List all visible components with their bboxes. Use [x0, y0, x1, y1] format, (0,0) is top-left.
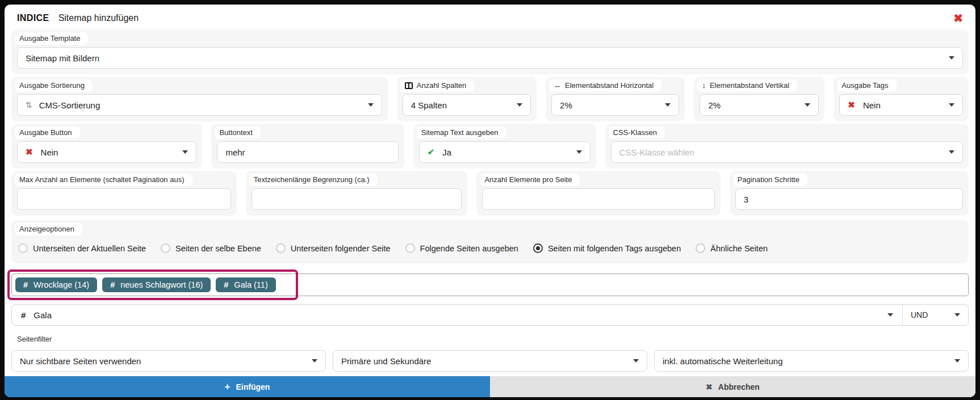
radio-seiten-mit-tags-ausgeben[interactable]: Seiten mit folgenden Tags ausgeben	[533, 243, 681, 253]
textzeichenlaenge-input[interactable]	[260, 195, 454, 204]
css-klassen-placeholder: CSS-Klasse wählen	[619, 148, 695, 157]
dialog-title: Sitemap hinzufügen	[58, 13, 139, 23]
tag-filter-select[interactable]: # Gala	[12, 305, 902, 325]
sitemap-text-value: Ja	[442, 148, 451, 157]
chevron-down-icon	[517, 103, 522, 107]
dialog-header: INDICE Sitemap hinzufügen ✖	[5, 5, 975, 27]
max-elemente-input[interactable]	[26, 195, 223, 204]
chevron-down-icon	[949, 56, 954, 60]
tag-pill-neues-schlagwort[interactable]: # neues Schlagwort (16)	[102, 277, 211, 292]
hash-icon: #	[110, 280, 115, 289]
anzahl-spalten-label: Anzahl Spalten	[417, 81, 466, 90]
seitenfilter-navigation-value: Primäre und Sekundäre	[341, 356, 431, 366]
chevron-down-icon	[954, 313, 960, 317]
chevron-down-icon	[805, 103, 810, 107]
seitenfilter-weiterleitung-value: inkl. automatische Weiterleitung	[663, 356, 783, 366]
field-sitemap-text: Sitemap Text ausgeben ✔ Ja	[413, 124, 596, 169]
dialog-footer: + Einfügen ✖ Abbrechen	[5, 376, 975, 397]
radio-aehnliche-seiten[interactable]: Ähnliche Seiten	[696, 243, 768, 253]
elementabstand-vertikal-select[interactable]: 2%	[700, 94, 819, 116]
radio-button[interactable]	[18, 243, 28, 253]
radio-label: Unterseiten der Aktuellen Seite	[33, 244, 146, 253]
anzeigeoptionen-label: Anzeigeoptionen	[15, 223, 82, 235]
chevron-down-icon	[665, 103, 671, 107]
ausgabe-template-select[interactable]: Sitemap mit Bildern	[17, 47, 963, 69]
tag-pill-gala[interactable]: # Gala (11)	[216, 277, 275, 292]
buttontext-label: Buttontext	[215, 127, 261, 139]
ausgabe-button-select[interactable]: ✖ Nein	[17, 141, 196, 163]
tag-pill-label: Gala (11)	[234, 280, 267, 289]
chevron-down-icon	[887, 313, 893, 317]
field-ausgabe-tags: Ausgabe Tags ✖ Nein	[834, 77, 969, 121]
anzahl-spalten-select[interactable]: 4 Spalten	[403, 94, 531, 116]
elemente-pro-seite-input[interactable]	[491, 195, 706, 204]
radio-unterseiten-folgender-seite[interactable]: Unterseiten folgender Seite	[276, 243, 391, 253]
radio-button[interactable]	[696, 243, 705, 253]
chevron-down-icon	[312, 359, 317, 363]
ausgabe-sortierung-value: CMS-Sortierung	[39, 100, 100, 110]
tag-filter-value: Gala	[33, 310, 52, 320]
radio-button[interactable]	[161, 243, 170, 253]
ausgabe-button-label: Ausgabe Button	[15, 127, 80, 139]
seitenfilter-weiterleitung-select[interactable]: inkl. automatische Weiterleitung	[654, 350, 969, 372]
radio-button[interactable]	[405, 243, 415, 253]
elementabstand-horizontal-select[interactable]: 2%	[551, 94, 679, 116]
cancel-x-icon: ✖	[706, 382, 713, 391]
cross-icon: ✖	[848, 100, 855, 110]
tag-selection-zone: # Wrocklage (14) # neues Schlagwort (16)…	[11, 273, 969, 296]
buttontext-input[interactable]	[225, 148, 390, 157]
tag-pill-label: Wrocklage (14)	[33, 280, 89, 289]
sitemap-dialog: INDICE Sitemap hinzufügen ✖ Ausgabe Temp…	[5, 5, 975, 397]
seitenfilter-sichtbarkeit-select[interactable]: Nur sichtbare Seiten verwenden	[11, 350, 326, 372]
ausgabe-tags-value: Nein	[863, 100, 881, 110]
seitenfilter-sichtbarkeit-value: Nur sichtbare Seiten verwenden	[20, 356, 141, 366]
tag-pill-wrocklage[interactable]: # Wrocklage (14)	[15, 277, 97, 292]
seitenfilter-label: Seitenfilter	[12, 333, 60, 346]
anzeigeoptionen-radios: Unterseiten der Aktuellen Seite Seiten d…	[18, 243, 961, 253]
radio-button[interactable]	[276, 243, 286, 253]
field-elementabstand-horizontal: ↔ Elementabstand Horizontal 2%	[546, 77, 685, 121]
css-klassen-select[interactable]: CSS-Klasse wählen	[611, 141, 963, 163]
field-textzeichenlaenge: Textzeichenlänge Begrenzung (ca.)	[246, 171, 468, 216]
brand-logo: INDICE	[17, 13, 49, 23]
elementabstand-horizontal-label: Elementabstand Horizontal	[565, 81, 654, 90]
elementabstand-vertikal-label: Elementabstand Vertikal	[710, 81, 789, 90]
radio-seiten-selbe-ebene[interactable]: Seiten der selbe Ebene	[161, 243, 261, 253]
css-klassen-label: CSS-Klassen	[609, 127, 665, 139]
radio-unterseiten-aktuelle-seite[interactable]: Unterseiten der Aktuellen Seite	[18, 243, 146, 253]
chevron-down-icon	[633, 359, 639, 363]
sitemap-text-label: Sitemap Text ausgeben	[417, 127, 506, 139]
anzeigeoptionen-group: Anzeigeoptionen Unterseiten der Aktuelle…	[11, 220, 969, 263]
seitenfilter-navigation-select[interactable]: Primäre und Sekundäre	[333, 350, 647, 372]
field-css-klassen: CSS-Klassen CSS-Klasse wählen	[605, 124, 969, 169]
abbrechen-button-label: Abbrechen	[718, 382, 760, 391]
tag-operator-select[interactable]: UND	[902, 305, 968, 325]
radio-folgende-seiten-ausgeben[interactable]: Folgende Seiten ausgeben	[405, 243, 518, 253]
radio-button[interactable]	[533, 243, 543, 253]
elementabstand-horizontal-value: 2%	[560, 100, 572, 110]
chevron-down-icon	[949, 103, 954, 107]
arrow-horizontal-icon: ↔	[554, 81, 561, 90]
arrow-vertical-icon: ↕	[702, 81, 706, 90]
pagination-schritte-input[interactable]	[744, 195, 954, 204]
radio-label: Ähnliche Seiten	[710, 244, 768, 253]
sitemap-text-select[interactable]: ✔ Ja	[419, 141, 590, 163]
ausgabe-button-value: Nein	[41, 148, 58, 157]
close-icon[interactable]: ✖	[953, 12, 963, 24]
field-elementabstand-vertikal: ↕ Elementabstand Vertikal 2%	[694, 77, 824, 121]
tag-filter-row: # Gala UND	[11, 304, 969, 326]
tag-pill-label: neues Schlagwort (16)	[120, 280, 203, 289]
einfuegen-button[interactable]: + Einfügen	[5, 376, 490, 397]
hash-icon: #	[23, 280, 28, 289]
abbrechen-button[interactable]: ✖ Abbrechen	[490, 376, 975, 397]
check-icon: ✔	[428, 147, 435, 157]
ausgabe-sortierung-select[interactable]: ⇅ CMS-Sortierung	[17, 94, 382, 116]
max-elemente-label: Max Anzahl an Elemente (schaltet Paginat…	[15, 174, 192, 186]
ausgabe-tags-select[interactable]: ✖ Nein	[839, 94, 963, 116]
radio-label: Unterseiten folgender Seite	[291, 244, 391, 253]
selected-tags-container[interactable]: # Wrocklage (14) # neues Schlagwort (16)…	[11, 273, 969, 296]
columns-icon	[405, 82, 413, 89]
radio-label: Seiten der selbe Ebene	[175, 244, 261, 253]
field-anzahl-spalten: Anzahl Spalten 4 Spalten	[397, 77, 537, 121]
field-elemente-pro-seite: Anzahl Elemente pro Seite	[476, 171, 720, 216]
